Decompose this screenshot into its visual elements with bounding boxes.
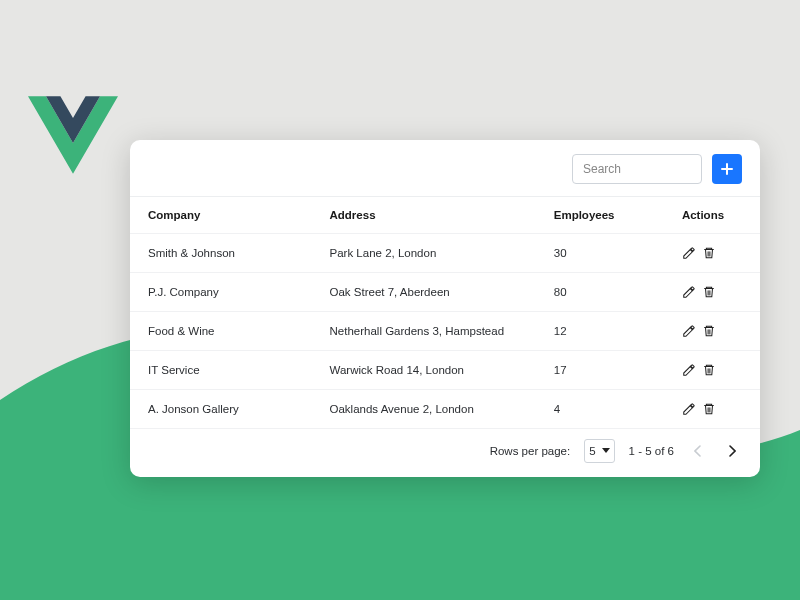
edit-button[interactable] (682, 402, 696, 416)
table-row: Food & Wine Netherhall Gardens 3, Hampst… (130, 312, 760, 351)
table-row: A. Jonson Gallery Oaklands Avenue 2, Lon… (130, 390, 760, 429)
next-page-button[interactable] (722, 441, 742, 461)
edit-icon (682, 402, 696, 416)
cell-company: A. Jonson Gallery (130, 390, 312, 429)
cell-address: Oaklands Avenue 2, London (312, 390, 536, 429)
table-header-row: Company Address Employees Actions (130, 197, 760, 234)
edit-button[interactable] (682, 285, 696, 299)
cell-employees: 80 (536, 273, 664, 312)
edit-icon (682, 285, 696, 299)
trash-icon (702, 402, 716, 416)
edit-icon (682, 324, 696, 338)
delete-button[interactable] (702, 324, 716, 338)
delete-button[interactable] (702, 402, 716, 416)
edit-icon (682, 246, 696, 260)
trash-icon (702, 324, 716, 338)
cell-company: Food & Wine (130, 312, 312, 351)
cell-address: Netherhall Gardens 3, Hampstead (312, 312, 536, 351)
cell-company: Smith & Johnson (130, 234, 312, 273)
trash-icon (702, 363, 716, 377)
delete-button[interactable] (702, 363, 716, 377)
vue-logo-icon (28, 96, 118, 174)
add-button[interactable] (712, 154, 742, 184)
cell-employees: 17 (536, 351, 664, 390)
company-table: Company Address Employees Actions Smith … (130, 197, 760, 429)
header-actions: Actions (664, 197, 760, 234)
header-address[interactable]: Address (312, 197, 536, 234)
table-toolbar (130, 154, 760, 197)
edit-button[interactable] (682, 246, 696, 260)
trash-icon (702, 285, 716, 299)
caret-down-icon (602, 448, 610, 454)
cell-company: P.J. Company (130, 273, 312, 312)
pagination-range-label: 1 - 5 of 6 (629, 445, 674, 457)
rows-per-page-label: Rows per page: (490, 445, 571, 457)
cell-employees: 12 (536, 312, 664, 351)
delete-button[interactable] (702, 285, 716, 299)
header-company[interactable]: Company (130, 197, 312, 234)
chevron-right-icon (728, 445, 736, 457)
cell-employees: 4 (536, 390, 664, 429)
trash-icon (702, 246, 716, 260)
table-footer: Rows per page: 5 1 - 5 of 6 (130, 429, 760, 467)
edit-icon (682, 363, 696, 377)
prev-page-button[interactable] (688, 441, 708, 461)
cell-address: Park Lane 2, London (312, 234, 536, 273)
edit-button[interactable] (682, 363, 696, 377)
cell-address: Warwick Road 14, London (312, 351, 536, 390)
cell-employees: 30 (536, 234, 664, 273)
edit-button[interactable] (682, 324, 696, 338)
rows-per-page-value: 5 (589, 445, 595, 457)
search-input[interactable] (572, 154, 702, 184)
delete-button[interactable] (702, 246, 716, 260)
rows-per-page-select[interactable]: 5 (584, 439, 614, 463)
table-row: IT Service Warwick Road 14, London 17 (130, 351, 760, 390)
cell-address: Oak Street 7, Aberdeen (312, 273, 536, 312)
chevron-left-icon (694, 445, 702, 457)
table-row: Smith & Johnson Park Lane 2, London 30 (130, 234, 760, 273)
plus-icon (721, 163, 733, 175)
data-table-card: Company Address Employees Actions Smith … (130, 140, 760, 477)
cell-company: IT Service (130, 351, 312, 390)
table-row: P.J. Company Oak Street 7, Aberdeen 80 (130, 273, 760, 312)
header-employees[interactable]: Employees (536, 197, 664, 234)
